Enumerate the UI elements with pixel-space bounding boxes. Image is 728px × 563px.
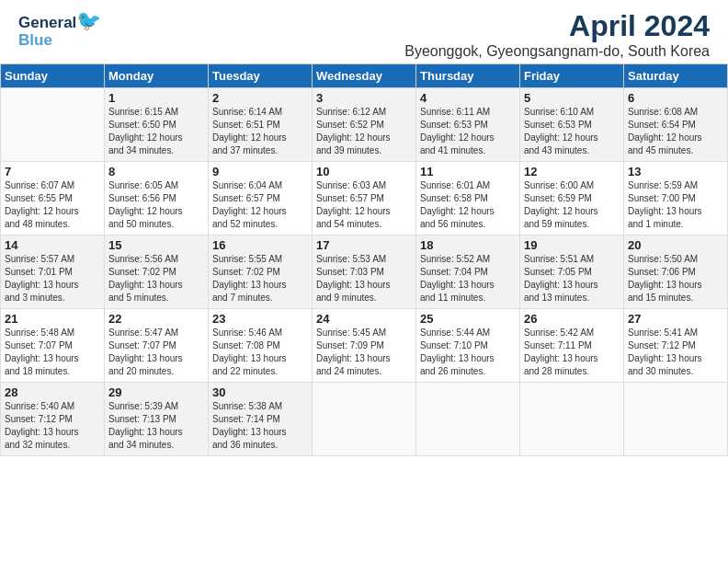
- day-number: 10: [316, 165, 412, 178]
- calendar-cell: 27Sunrise: 5:41 AMSunset: 7:12 PMDayligh…: [624, 309, 728, 383]
- subtitle: Byeonggok, Gyeongsangnam-do, South Korea: [404, 43, 710, 60]
- calendar-cell: 11Sunrise: 6:01 AMSunset: 6:58 PMDayligh…: [416, 162, 520, 236]
- calendar-cell: [520, 383, 624, 456]
- calendar-cell: 24Sunrise: 5:45 AMSunset: 7:09 PMDayligh…: [313, 309, 416, 383]
- calendar-cell: 10Sunrise: 6:03 AMSunset: 6:57 PMDayligh…: [313, 162, 416, 236]
- day-number: 22: [108, 312, 204, 326]
- calendar-cell: 5Sunrise: 6:10 AMSunset: 6:53 PMDaylight…: [520, 88, 624, 162]
- day-number: 16: [212, 238, 308, 252]
- day-number: 3: [316, 91, 412, 105]
- calendar-cell: 18Sunrise: 5:52 AMSunset: 7:04 PMDayligh…: [416, 236, 520, 309]
- day-number: 8: [108, 165, 204, 178]
- day-info: Sunrise: 5:41 AMSunset: 7:12 PMDaylight:…: [628, 327, 723, 378]
- weekday-header-thursday: Thursday: [416, 64, 520, 88]
- calendar-cell: 26Sunrise: 5:42 AMSunset: 7:11 PMDayligh…: [520, 309, 624, 383]
- weekday-header-wednesday: Wednesday: [313, 64, 416, 88]
- calendar-cell: 8Sunrise: 6:05 AMSunset: 6:56 PMDaylight…: [105, 162, 209, 236]
- day-number: 24: [316, 312, 412, 326]
- calendar-week-row: 1Sunrise: 6:15 AMSunset: 6:50 PMDaylight…: [1, 88, 728, 162]
- day-number: 14: [5, 238, 100, 252]
- weekday-header-sunday: Sunday: [1, 64, 105, 88]
- calendar-cell: 28Sunrise: 5:40 AMSunset: 7:12 PMDayligh…: [1, 383, 105, 456]
- calendar-cell: 22Sunrise: 5:47 AMSunset: 7:07 PMDayligh…: [105, 309, 209, 383]
- day-info: Sunrise: 6:10 AMSunset: 6:53 PMDaylight:…: [524, 106, 620, 157]
- day-number: 18: [420, 238, 516, 252]
- day-info: Sunrise: 6:07 AMSunset: 6:55 PMDaylight:…: [5, 179, 100, 231]
- day-number: 30: [212, 385, 308, 399]
- day-info: Sunrise: 5:55 AMSunset: 7:02 PMDaylight:…: [212, 253, 308, 304]
- calendar-cell: [416, 383, 520, 456]
- calendar-week-row: 28Sunrise: 5:40 AMSunset: 7:12 PMDayligh…: [1, 383, 728, 456]
- weekday-header-monday: Monday: [105, 64, 209, 88]
- calendar-cell: 13Sunrise: 5:59 AMSunset: 7:00 PMDayligh…: [624, 162, 728, 236]
- day-number: 26: [524, 312, 620, 326]
- logo-general: General: [18, 14, 76, 31]
- calendar-cell: 30Sunrise: 5:38 AMSunset: 7:14 PMDayligh…: [209, 383, 313, 456]
- weekday-header-tuesday: Tuesday: [209, 64, 313, 88]
- calendar-cell: 12Sunrise: 6:00 AMSunset: 6:59 PMDayligh…: [520, 162, 624, 236]
- day-number: 12: [524, 165, 620, 178]
- day-number: 13: [628, 165, 723, 178]
- day-number: 11: [420, 165, 516, 178]
- weekday-header-saturday: Saturday: [624, 64, 728, 88]
- day-number: 7: [5, 165, 100, 178]
- day-number: 19: [524, 238, 620, 252]
- day-info: Sunrise: 5:51 AMSunset: 7:05 PMDaylight:…: [524, 253, 620, 304]
- day-info: Sunrise: 5:59 AMSunset: 7:00 PMDaylight:…: [628, 179, 723, 231]
- day-number: 27: [628, 312, 723, 326]
- calendar-cell: 7Sunrise: 6:07 AMSunset: 6:55 PMDaylight…: [1, 162, 105, 236]
- day-info: Sunrise: 6:05 AMSunset: 6:56 PMDaylight:…: [108, 179, 204, 231]
- day-number: 1: [108, 91, 204, 105]
- calendar-cell: [624, 383, 728, 456]
- day-info: Sunrise: 6:01 AMSunset: 6:58 PMDaylight:…: [420, 179, 516, 231]
- day-info: Sunrise: 6:14 AMSunset: 6:51 PMDaylight:…: [212, 106, 308, 157]
- day-info: Sunrise: 5:48 AMSunset: 7:07 PMDaylight:…: [5, 327, 100, 378]
- calendar-cell: 4Sunrise: 6:11 AMSunset: 6:53 PMDaylight…: [416, 88, 520, 162]
- day-info: Sunrise: 5:38 AMSunset: 7:14 PMDaylight:…: [212, 400, 308, 452]
- day-info: Sunrise: 5:47 AMSunset: 7:07 PMDaylight:…: [108, 327, 204, 378]
- calendar-cell: [313, 383, 416, 456]
- calendar-cell: [1, 88, 105, 162]
- day-number: 6: [628, 91, 723, 105]
- day-number: 4: [420, 91, 516, 105]
- day-info: Sunrise: 5:39 AMSunset: 7:13 PMDaylight:…: [108, 400, 204, 452]
- day-info: Sunrise: 6:15 AMSunset: 6:50 PMDaylight:…: [108, 106, 204, 157]
- calendar-cell: 16Sunrise: 5:55 AMSunset: 7:02 PMDayligh…: [209, 236, 313, 309]
- day-number: 25: [420, 312, 516, 326]
- calendar-cell: 17Sunrise: 5:53 AMSunset: 7:03 PMDayligh…: [313, 236, 416, 309]
- calendar-cell: 14Sunrise: 5:57 AMSunset: 7:01 PMDayligh…: [1, 236, 105, 309]
- calendar-cell: 2Sunrise: 6:14 AMSunset: 6:51 PMDaylight…: [209, 88, 313, 162]
- calendar-cell: 19Sunrise: 5:51 AMSunset: 7:05 PMDayligh…: [520, 236, 624, 309]
- day-number: 17: [316, 238, 412, 252]
- day-info: Sunrise: 5:50 AMSunset: 7:06 PMDaylight:…: [628, 253, 723, 304]
- day-info: Sunrise: 5:46 AMSunset: 7:08 PMDaylight:…: [212, 327, 308, 378]
- calendar-week-row: 21Sunrise: 5:48 AMSunset: 7:07 PMDayligh…: [1, 309, 728, 383]
- day-number: 2: [212, 91, 308, 105]
- month-title: April 2024: [404, 9, 710, 43]
- calendar-cell: 9Sunrise: 6:04 AMSunset: 6:57 PMDaylight…: [209, 162, 313, 236]
- logo-blue: Blue: [18, 32, 101, 50]
- day-number: 5: [524, 91, 620, 105]
- day-number: 28: [5, 385, 100, 399]
- day-info: Sunrise: 6:00 AMSunset: 6:59 PMDaylight:…: [524, 179, 620, 231]
- day-info: Sunrise: 6:08 AMSunset: 6:54 PMDaylight:…: [628, 106, 723, 157]
- logo: General🐦 Blue: [18, 9, 101, 50]
- calendar-cell: 20Sunrise: 5:50 AMSunset: 7:06 PMDayligh…: [624, 236, 728, 309]
- day-info: Sunrise: 6:03 AMSunset: 6:57 PMDaylight:…: [316, 179, 412, 231]
- calendar-week-row: 7Sunrise: 6:07 AMSunset: 6:55 PMDaylight…: [1, 162, 728, 236]
- calendar-cell: 1Sunrise: 6:15 AMSunset: 6:50 PMDaylight…: [105, 88, 209, 162]
- calendar-cell: 29Sunrise: 5:39 AMSunset: 7:13 PMDayligh…: [105, 383, 209, 456]
- title-block: April 2024 Byeonggok, Gyeongsangnam-do, …: [404, 9, 710, 60]
- logo-bird-icon: 🐦: [76, 9, 101, 32]
- calendar-cell: 3Sunrise: 6:12 AMSunset: 6:52 PMDaylight…: [313, 88, 416, 162]
- day-number: 9: [212, 165, 308, 178]
- day-info: Sunrise: 5:40 AMSunset: 7:12 PMDaylight:…: [5, 400, 100, 452]
- day-number: 20: [628, 238, 723, 252]
- calendar-cell: 15Sunrise: 5:56 AMSunset: 7:02 PMDayligh…: [105, 236, 209, 309]
- day-info: Sunrise: 6:11 AMSunset: 6:53 PMDaylight:…: [420, 106, 516, 157]
- page-header: General🐦 Blue April 2024 Byeonggok, Gyeo…: [0, 0, 728, 63]
- day-info: Sunrise: 6:12 AMSunset: 6:52 PMDaylight:…: [316, 106, 412, 157]
- day-info: Sunrise: 5:45 AMSunset: 7:09 PMDaylight:…: [316, 327, 412, 378]
- day-info: Sunrise: 5:42 AMSunset: 7:11 PMDaylight:…: [524, 327, 620, 378]
- day-info: Sunrise: 5:52 AMSunset: 7:04 PMDaylight:…: [420, 253, 516, 304]
